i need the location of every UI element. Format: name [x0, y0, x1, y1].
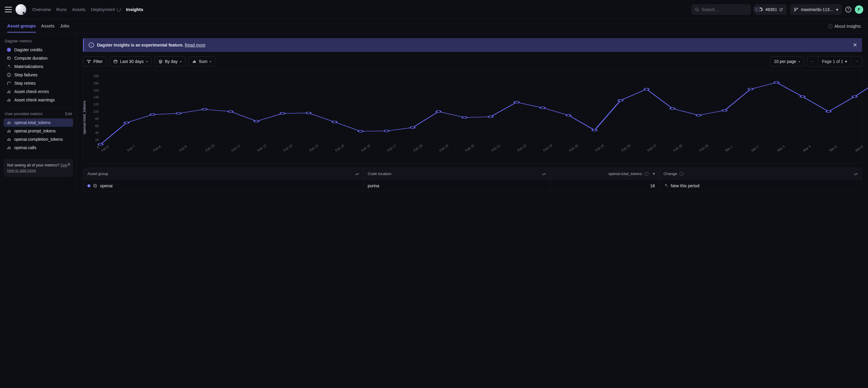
svg-point-2	[795, 8, 796, 9]
close-icon[interactable]: ✕	[67, 161, 71, 168]
th-code-location[interactable]: Code location ▴▾	[364, 168, 550, 180]
pager-next-button[interactable]: →	[851, 56, 862, 66]
info-icon: i	[679, 172, 684, 176]
about-insights-label: About Insights	[834, 24, 861, 29]
th-metric[interactable]: openai.total_tokens i ▾	[550, 168, 659, 180]
nav-overview[interactable]: Overview	[32, 7, 51, 12]
svg-point-48	[436, 111, 441, 112]
sidebar-item-openai-total_tokens[interactable]: openai.total_tokens	[4, 119, 73, 127]
svg-rect-32	[193, 61, 194, 63]
svg-point-40	[228, 111, 233, 112]
svg-point-62	[800, 96, 805, 98]
sidebar: Dagster metrics Dagster creditsCompute d…	[0, 33, 77, 197]
date-range-button[interactable]: Last 30 days ▾	[110, 56, 151, 66]
sidebar-item-step-failures[interactable]: Step failures	[4, 71, 73, 79]
svg-point-57	[670, 108, 675, 109]
per-page-label: 10 per page	[774, 59, 796, 64]
branch-pill[interactable]: maxime/ds-113… ▾	[790, 4, 842, 15]
nav-insights[interactable]: Insights	[126, 7, 144, 12]
banner-read-more-link[interactable]: Read more	[185, 43, 205, 47]
sidebar-item-asset-check-errors[interactable]: Asset check errors	[4, 87, 73, 96]
svg-point-52	[540, 107, 545, 108]
sidebar-item-openai-prompt_tokens[interactable]: openai.prompt_tokens	[4, 127, 73, 135]
about-insights-link[interactable]: i About Insights	[828, 24, 861, 29]
dagster-logo[interactable]	[16, 4, 26, 15]
chart-plot[interactable]	[100, 74, 855, 149]
avatar[interactable]: F	[855, 5, 863, 14]
svg-point-37	[150, 114, 155, 116]
toolbar: Filter Last 30 days ▾ By day ▾ Sum ▾ 10 …	[83, 56, 862, 67]
sidebar-item-openai-calls[interactable]: openai.calls	[4, 143, 73, 152]
credits-icon	[6, 47, 11, 52]
svg-rect-12	[10, 91, 10, 93]
code-location-name: purina	[368, 184, 379, 188]
bars-icon	[192, 59, 196, 64]
sidebar-heading-dagster: Dagster metrics	[5, 39, 72, 43]
svg-point-41	[254, 120, 259, 122]
chevron-down-icon: ▾	[146, 60, 148, 63]
svg-point-53	[566, 114, 571, 116]
topbar-right: / #8351 maxime/ds-113… ▾ ? F	[691, 4, 863, 15]
filter-icon	[87, 59, 91, 64]
filter-button[interactable]: Filter	[83, 56, 106, 66]
th-change[interactable]: Change i ▴▾	[659, 168, 862, 180]
help-icon[interactable]: ?	[845, 6, 851, 12]
github-pr-label: #8351	[765, 7, 777, 12]
nav-runs[interactable]: Runs	[56, 7, 67, 12]
y-ticks: 200180160140120100806040200	[89, 74, 99, 149]
aggregation-button[interactable]: Sum ▾	[188, 56, 215, 66]
svg-point-50	[488, 116, 493, 118]
table-row[interactable]: openaipurina18New this period	[83, 180, 862, 192]
nav-deployment[interactable]: Deployment	[91, 7, 121, 12]
sidebar-item-label: openai.total_tokens	[14, 120, 51, 125]
pager-prev-button[interactable]: ←	[807, 56, 818, 66]
tab-asset-groups[interactable]: Asset groups	[7, 20, 36, 33]
sort-icon: ▴▾	[355, 173, 359, 175]
asset-group-name: openai	[100, 184, 113, 188]
sidebar-item-openai-completion_tokens[interactable]: openai.completion_tokens	[4, 135, 73, 143]
external-link-icon	[779, 8, 783, 11]
sidebar-heading-user: User provided metrics Edit	[5, 111, 72, 116]
tab-jobs[interactable]: Jobs	[60, 20, 69, 33]
menu-icon[interactable]	[5, 6, 12, 13]
edit-metrics-link[interactable]: Edit	[65, 111, 72, 116]
nav-assets[interactable]: Assets	[72, 7, 86, 12]
sidebar-item-step-retries[interactable]: Step retries	[4, 79, 73, 87]
sort-icon: ▴▾	[542, 173, 546, 175]
svg-point-64	[852, 96, 857, 98]
search-box[interactable]: /	[691, 4, 751, 15]
close-icon[interactable]: ✕	[853, 42, 857, 48]
pager-label[interactable]: Page 1 of 1 ▾	[818, 56, 851, 66]
info-icon: i	[89, 42, 94, 48]
th-asset-group[interactable]: Asset group ▴▾	[83, 168, 364, 180]
per-page-button[interactable]: 10 per page ▾	[770, 56, 804, 66]
svg-point-58	[696, 114, 701, 116]
bars-icon	[6, 137, 11, 142]
pager: ← Page 1 of 1 ▾ →	[807, 56, 862, 67]
svg-point-43	[306, 112, 311, 114]
search-input[interactable]	[702, 7, 754, 12]
svg-rect-6	[8, 58, 9, 58]
svg-point-63	[826, 111, 831, 112]
search-icon	[695, 7, 699, 12]
branch-icon	[794, 7, 799, 12]
color-dot	[87, 184, 90, 187]
sidebar-item-compute-duration[interactable]: Compute duration	[4, 54, 73, 62]
pager-text: Page 1 of 1	[822, 59, 843, 64]
clock-icon	[6, 56, 11, 61]
stack-icon	[158, 59, 163, 64]
sort-icon: ▴▾	[854, 173, 858, 175]
branch-label: maxime/ds-113…	[801, 7, 834, 12]
spinner-icon	[117, 7, 121, 12]
sidebar-item-label: openai.prompt_tokens	[14, 129, 56, 133]
sidebar-item-asset-check-warnings[interactable]: Asset check warnings	[4, 96, 73, 104]
tab-assets[interactable]: Assets	[41, 20, 55, 33]
sidebar-item-materializations[interactable]: Materializations	[4, 62, 73, 71]
nav-deployment-label: Deployment	[91, 7, 115, 12]
asset-group-icon	[93, 184, 98, 188]
svg-rect-67	[94, 184, 96, 187]
svg-rect-15	[10, 99, 10, 101]
granularity-button[interactable]: By day ▾	[155, 56, 186, 66]
sidebar-item-dagster-credits[interactable]: Dagster credits	[4, 45, 73, 54]
calendar-icon	[114, 59, 118, 64]
